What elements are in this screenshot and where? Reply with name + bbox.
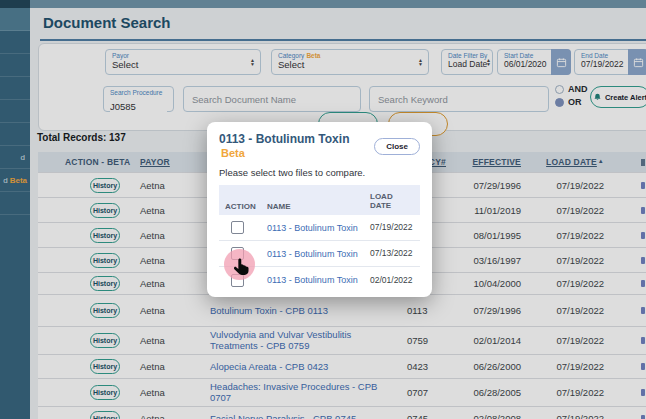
modal-subtitle: Please select two files to compare. [219,167,420,178]
modal-file-link[interactable]: 0113 - Botulinum Toxin [267,275,370,285]
modal-file-load-date: 07/19/2022 [370,222,414,232]
modal-title: 0113 - Botulinum Toxin [219,132,349,146]
modal-table-header: ACTION NAME LOAD DATE [219,185,420,215]
modal-file-table: ACTION NAME LOAD DATE 0113 - Botulinum T… [219,185,420,293]
modal-beta-badge: Beta [221,147,245,159]
modal-file-load-date: 02/01/2022 [370,275,414,285]
modal-file-link[interactable]: 0113 - Botulinum Toxin [267,249,370,259]
file-checkbox[interactable] [231,221,244,234]
modal-file-row: 0113 - Botulinum Toxin 02/01/2022 [219,267,420,293]
modal-load-date-column-header: LOAD DATE [370,192,414,211]
modal-file-row: 0113 - Botulinum Toxin 07/13/2022 [219,241,420,267]
compare-files-modal: 0113 - Botulinum Toxin Beta Close Please… [207,122,432,297]
close-button[interactable]: Close [374,138,420,155]
app-window: d d Beta Document Search Payor Sel [0,0,646,419]
modal-file-link[interactable]: 0113 - Botulinum Toxin [267,223,370,233]
file-checkbox[interactable] [231,274,244,287]
file-checkbox[interactable] [231,247,244,260]
modal-file-load-date: 07/13/2022 [370,248,414,258]
modal-action-column-header: ACTION [225,202,267,211]
modal-name-column-header: NAME [267,202,370,211]
modal-file-row: 0113 - Botulinum Toxin 07/19/2022 [219,215,420,241]
